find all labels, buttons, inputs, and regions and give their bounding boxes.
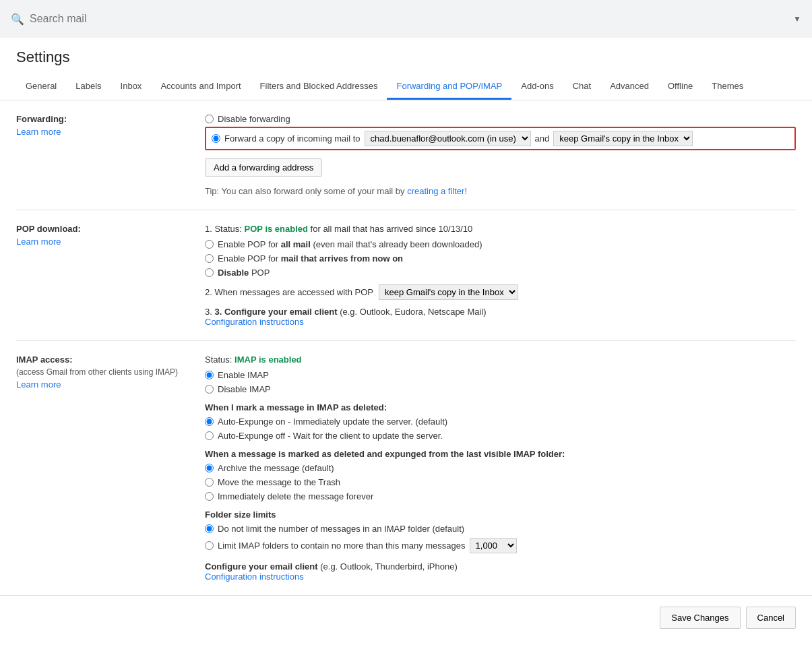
pop-status: 1. Status: POP is enabled for all mail t… [205, 224, 796, 234]
forward-address-row: Forward a copy of incoming mail to chad.… [205, 127, 796, 150]
page-title-bar: Settings General Labels Inbox Accounts a… [0, 38, 812, 100]
pop-status-prefix: 1. Status: [205, 224, 242, 234]
enable-forwarding-radio[interactable] [212, 134, 220, 143]
imap-learn-more[interactable]: Learn more [16, 379, 61, 390]
pop-config-link[interactable]: Configuration instructions [205, 317, 304, 327]
imap-delete-radio[interactable] [205, 492, 214, 501]
imap-delete-label: Immediately delete the message forever [218, 491, 373, 501]
pop-section: POP download: Learn more 1. Status: POP … [16, 210, 796, 341]
folder-limit-select[interactable]: 1,0002,0005,00010,000 [470, 538, 517, 553]
folder-nolimit-label: Do not limit the number of messages in a… [218, 524, 464, 534]
pop-disable-row: Disable POP [205, 268, 796, 278]
disable-forwarding-label: Disable forwarding [218, 114, 290, 124]
pop-all-mail-row: Enable POP for all mail (even mail that'… [205, 239, 796, 249]
when-pop-label: 2. When messages are accessed with POP [205, 287, 373, 297]
pop-status-value: POP is enabled [245, 224, 308, 234]
forwarding-learn-more[interactable]: Learn more [16, 127, 61, 137]
imap-trash-radio[interactable] [205, 478, 214, 487]
tab-filters[interactable]: Filters and Blocked Addresses [251, 74, 387, 100]
create-filter-link[interactable]: creating a filter! [407, 186, 467, 196]
forward-address-select[interactable]: chad.buenaflor@outlook.com (in use) [365, 131, 531, 146]
imap-disable-radio[interactable] [205, 385, 214, 394]
imap-disable-label: Disable IMAP [218, 384, 271, 394]
pop-status-suffix: for all mail that has arrived since 10/1… [311, 224, 473, 234]
disable-forwarding-radio[interactable] [205, 115, 214, 123]
folder-limit-radio[interactable] [205, 541, 214, 550]
pop-all-radio[interactable] [205, 240, 214, 249]
forwarding-label-col: Forwarding: Learn more [16, 114, 205, 196]
pop-title: POP download: [16, 224, 189, 234]
forward-action-select[interactable]: keep Gmail's copy in the Inboxmark Gmail… [553, 131, 693, 146]
imap-status-prefix: Status: [205, 355, 232, 365]
imap-configure-text: Configure your email client (e.g. Outloo… [205, 561, 796, 572]
forwarding-section: Forwarding: Learn more Disable forwardin… [16, 100, 796, 210]
configure-prefix: 3. [205, 307, 214, 317]
folder-nolimit-radio[interactable] [205, 524, 214, 533]
imap-title: IMAP access: [16, 355, 189, 365]
pop-now-bold: mail that arrives from now on [281, 253, 403, 264]
tab-labels[interactable]: Labels [66, 74, 111, 100]
footer-bar: Save Changes Cancel [0, 595, 812, 640]
forwarding-content: Disable forwarding Forward a copy of inc… [205, 114, 796, 196]
forward-copy-label: Forward a copy of incoming mail to [224, 133, 361, 144]
pop-learn-more[interactable]: Learn more [16, 237, 61, 247]
settings-nav: General Labels Inbox Accounts and Import… [16, 74, 796, 100]
imap-sub: (access Gmail from other clients using I… [16, 367, 189, 377]
imap-expunge-off-radio[interactable] [205, 431, 214, 440]
tab-chat[interactable]: Chat [563, 74, 600, 100]
imap-autoexpunge-off-row: Auto-Expunge off - Wait for the client t… [205, 431, 796, 441]
imap-autoexpunge-on-row: Auto-Expunge on - Immediately update the… [205, 417, 796, 427]
imap-expunge-off-label: Auto-Expunge off - Wait for the client t… [218, 431, 443, 441]
pop-now-radio[interactable] [205, 254, 214, 263]
tab-advanced[interactable]: Advanced [600, 74, 658, 100]
configure-bold: 3. Configure your email client [214, 307, 337, 317]
save-changes-button[interactable]: Save Changes [660, 607, 740, 629]
search-icon: 🔍 [11, 13, 24, 26]
tab-forwarding[interactable]: Forwarding and POP/IMAP [387, 74, 511, 100]
pop-all-bold: all mail [281, 239, 311, 249]
imap-trash-row: Move the message to the Trash [205, 477, 796, 487]
pop-label-col: POP download: Learn more [16, 224, 205, 327]
tab-inbox[interactable]: Inbox [111, 74, 152, 100]
imap-expunge-on-radio[interactable] [205, 417, 214, 426]
tab-addons[interactable]: Add-ons [511, 74, 563, 100]
cancel-button[interactable]: Cancel [746, 607, 796, 629]
pop-now-label: Enable POP for mail that arrives from no… [218, 253, 403, 264]
main-content: Forwarding: Learn more Disable forwardin… [0, 100, 812, 595]
forwarding-tip: Tip: You can also forward only some of y… [205, 186, 796, 196]
imap-configure-eg: (e.g. Outlook, Thunderbird, iPhone) [320, 561, 458, 572]
pop-disable-radio[interactable] [205, 268, 214, 277]
tip-text: Tip: You can also forward only some of y… [205, 186, 405, 196]
folder-limit-label: Limit IMAP folders to contain no more th… [218, 541, 466, 551]
imap-deleted-title: When I mark a message in IMAP as deleted… [205, 402, 796, 412]
imap-enable-radio[interactable] [205, 371, 214, 379]
folder-limit-row: Limit IMAP folders to contain no more th… [205, 538, 796, 553]
imap-archive-row: Archive the message (default) [205, 463, 796, 473]
imap-content: Status: IMAP is enabled Enable IMAP Disa… [205, 355, 796, 582]
no-limit-row: Do not limit the number of messages in a… [205, 524, 796, 534]
search-bar: 🔍 ▼ [0, 0, 812, 38]
imap-enable-row: Enable IMAP [205, 370, 796, 380]
configure-eg: (e.g. Outlook, Eudora, Netscape Mail) [340, 307, 487, 317]
and-label: and [535, 133, 550, 144]
imap-expunge-on-label: Auto-Expunge on - Immediately update the… [218, 417, 447, 427]
pop-disable-bold: Disable [218, 268, 249, 278]
imap-config-link[interactable]: Configuration instructions [205, 572, 304, 582]
imap-enable-label: Enable IMAP [218, 370, 269, 380]
search-dropdown-button[interactable]: ▼ [793, 14, 801, 24]
imap-delete-row: Immediately delete the message forever [205, 491, 796, 501]
page-title: Settings [16, 49, 796, 66]
search-input[interactable] [30, 13, 788, 25]
imap-archive-radio[interactable] [205, 464, 214, 472]
imap-status: Status: IMAP is enabled [205, 355, 796, 365]
pop-content: 1. Status: POP is enabled for all mail t… [205, 224, 796, 327]
pop-all-label: Enable POP for all mail (even mail that'… [218, 239, 482, 249]
imap-expunged-title: When a message is marked as deleted and … [205, 449, 796, 459]
tab-offline[interactable]: Offline [658, 74, 702, 100]
tab-accounts[interactable]: Accounts and Import [151, 74, 250, 100]
add-forwarding-button[interactable]: Add a forwarding address [205, 158, 322, 177]
tab-themes[interactable]: Themes [702, 74, 753, 100]
pop-configure-text: 3. 3. Configure your email client (e.g. … [205, 307, 796, 317]
tab-general[interactable]: General [16, 74, 66, 100]
when-pop-select[interactable]: keep Gmail's copy in the Inboxmark Gmail… [379, 284, 518, 300]
